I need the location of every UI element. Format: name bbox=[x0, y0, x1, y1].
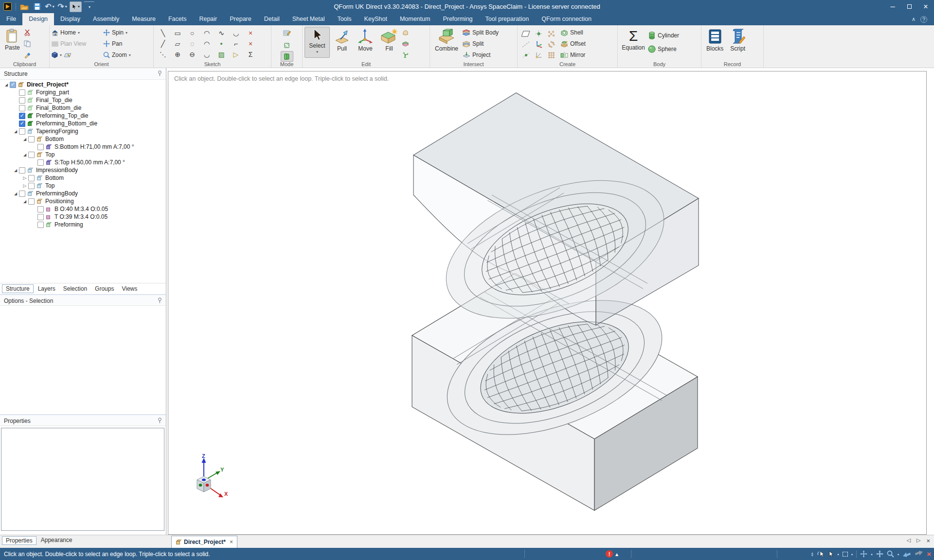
cylinder-button[interactable]: Cylinder bbox=[648, 31, 679, 40]
tab-tool-preparation[interactable]: Tool preparation bbox=[479, 13, 536, 25]
tab-repair[interactable]: Repair bbox=[193, 13, 223, 25]
tab-sheet-metal[interactable]: Sheet Metal bbox=[286, 13, 331, 25]
visibility-checkbox[interactable] bbox=[19, 191, 25, 197]
sketch-tool-icon[interactable]: ∿ bbox=[218, 30, 224, 36]
customize-qat-button[interactable]: ▾ bbox=[84, 1, 94, 12]
expander-icon[interactable] bbox=[12, 168, 19, 173]
blend-button[interactable] bbox=[402, 28, 409, 37]
select-mode-dropup-icon[interactable]: ▴ bbox=[837, 552, 839, 556]
visibility-checkbox[interactable] bbox=[37, 159, 44, 166]
expander-icon[interactable] bbox=[21, 183, 28, 188]
visibility-checkbox[interactable] bbox=[19, 105, 25, 111]
tree-item[interactable]: TaperingForging bbox=[0, 127, 166, 135]
tree-item[interactable]: Direct_Project* bbox=[0, 81, 166, 88]
close-button[interactable]: × bbox=[917, 0, 934, 13]
expander-icon[interactable] bbox=[12, 192, 19, 196]
tree-item[interactable]: T O:39 M:3.4 O:0.05 bbox=[0, 213, 166, 221]
app-icon[interactable] bbox=[2, 1, 13, 12]
sketch-tool-icon[interactable]: ⌐ bbox=[234, 40, 238, 47]
properties-panel-content[interactable] bbox=[1, 428, 164, 531]
box-select-dropup-icon[interactable]: ▴ bbox=[851, 552, 853, 556]
undo-dropdown-icon[interactable]: ▾ bbox=[53, 4, 54, 9]
maximize-button[interactable] bbox=[901, 0, 917, 13]
visibility-checkbox[interactable] bbox=[37, 206, 44, 212]
create-triad-button[interactable] bbox=[535, 52, 542, 59]
visibility-checkbox[interactable] bbox=[19, 128, 25, 135]
home-view-button[interactable]: Home▾ bbox=[52, 28, 102, 37]
visibility-checkbox[interactable] bbox=[28, 136, 35, 142]
sketch-tool-icon[interactable]: ╱ bbox=[161, 40, 165, 47]
tree-item[interactable]: B O:40 M:3.4 O:0.05 bbox=[0, 205, 166, 213]
warning-dropup-icon[interactable]: ▴ bbox=[615, 551, 618, 558]
undo-selection-icon[interactable] bbox=[817, 550, 825, 558]
sketch-tool-icon[interactable]: ╲ bbox=[161, 30, 165, 36]
cut-button[interactable] bbox=[24, 28, 31, 37]
status-pan-icon[interactable] bbox=[876, 550, 883, 558]
orientation-triad[interactable]: Z Y X bbox=[190, 454, 234, 503]
tree-item[interactable]: Final_Top_die bbox=[0, 96, 166, 104]
shell-button[interactable]: Shell bbox=[560, 28, 586, 37]
view-orientation-dropdown-icon[interactable]: ▾ bbox=[60, 53, 62, 57]
tab-file[interactable]: File bbox=[0, 13, 22, 25]
minimize-button[interactable]: ─ bbox=[884, 0, 901, 13]
tab-scroll-left-icon[interactable]: ◁ bbox=[906, 537, 910, 544]
create-plane-button[interactable] bbox=[521, 31, 530, 37]
document-close-icon[interactable]: × bbox=[230, 539, 233, 545]
tab-layers[interactable]: Layers bbox=[35, 285, 59, 293]
tree-item[interactable]: PreformingBody bbox=[0, 190, 166, 197]
split-body-button[interactable]: Split Body bbox=[462, 28, 499, 37]
sketch-tool-icon[interactable]: ◡ bbox=[204, 51, 210, 58]
3d-model[interactable] bbox=[168, 71, 926, 534]
tree-item[interactable]: Preforming_Bottom_die bbox=[0, 120, 166, 127]
sketch-tool-icon[interactable]: ▱ bbox=[175, 40, 180, 47]
spin-button[interactable]: Spin▾ bbox=[103, 28, 131, 37]
plan-view-button[interactable]: Plan View bbox=[52, 39, 102, 49]
sketch-tool-icon[interactable]: ◡ bbox=[233, 30, 239, 36]
sketch-tool-icon[interactable]: ▷ bbox=[234, 51, 239, 58]
sketch-tool-icon[interactable]: ⋱ bbox=[160, 51, 166, 58]
expander-icon[interactable] bbox=[21, 137, 28, 141]
tab-properties[interactable]: Properties bbox=[2, 536, 36, 545]
sketch-tool-icon[interactable]: ▨ bbox=[218, 51, 224, 58]
tab-tools[interactable]: Tools bbox=[331, 13, 358, 25]
select-tool-button[interactable]: ▾ bbox=[70, 1, 82, 12]
expander-icon[interactable] bbox=[3, 83, 10, 87]
tab-measure[interactable]: Measure bbox=[126, 13, 162, 25]
tree-item[interactable]: Preforming bbox=[0, 221, 166, 228]
warning-icon[interactable]: ! bbox=[606, 550, 613, 558]
redo-dropdown-icon[interactable]: ▾ bbox=[65, 4, 67, 9]
sketch-tool-icon[interactable]: ◌ bbox=[190, 40, 194, 47]
tree-item[interactable]: S:Bottom H:71,00 mm A:7,00 ° bbox=[0, 143, 166, 151]
sketch-tool-icon[interactable]: ◠ bbox=[204, 30, 210, 36]
visibility-checkbox[interactable] bbox=[19, 121, 25, 127]
pan-button[interactable]: Pan bbox=[103, 39, 131, 49]
tree-item[interactable]: Top bbox=[0, 182, 166, 190]
visibility-checkbox[interactable] bbox=[28, 183, 35, 189]
sketch-tool-icon[interactable]: × bbox=[249, 30, 252, 36]
tree-item[interactable]: Top bbox=[0, 151, 166, 158]
sketch-tool-icon[interactable]: ◠ bbox=[204, 40, 210, 47]
tree-item[interactable]: ImpressionBody bbox=[0, 166, 166, 174]
tab-scroll-right-icon[interactable]: ▷ bbox=[916, 537, 920, 544]
visibility-checkbox[interactable] bbox=[37, 144, 44, 150]
pattern-scatter-button[interactable] bbox=[548, 31, 555, 37]
expander-icon[interactable] bbox=[12, 129, 19, 134]
split-button[interactable]: Split bbox=[462, 39, 499, 49]
adjust-fan-button[interactable] bbox=[402, 50, 409, 60]
tree-item[interactable]: Positioning bbox=[0, 197, 166, 205]
equation-button[interactable]: Σ Equation bbox=[620, 27, 647, 58]
tab-assembly[interactable]: Assembly bbox=[87, 13, 126, 25]
fill-button[interactable]: Fill bbox=[377, 27, 401, 58]
create-axis-button[interactable] bbox=[535, 41, 542, 48]
box-select-icon[interactable] bbox=[843, 552, 848, 557]
status-spin-dropup-icon[interactable]: ▴ bbox=[871, 552, 873, 556]
copy-button[interactable] bbox=[24, 39, 31, 49]
visibility-checkbox[interactable] bbox=[19, 113, 25, 119]
tab-keyshot[interactable]: KeyShot bbox=[358, 13, 394, 25]
create-line-button[interactable] bbox=[522, 41, 530, 48]
create-point-button[interactable] bbox=[522, 52, 530, 58]
sphere-button[interactable]: Sphere bbox=[648, 44, 679, 54]
tab-prepare[interactable]: Prepare bbox=[223, 13, 257, 25]
status-close-icon[interactable]: × bbox=[927, 550, 931, 558]
status-zoom-icon[interactable] bbox=[887, 550, 894, 558]
